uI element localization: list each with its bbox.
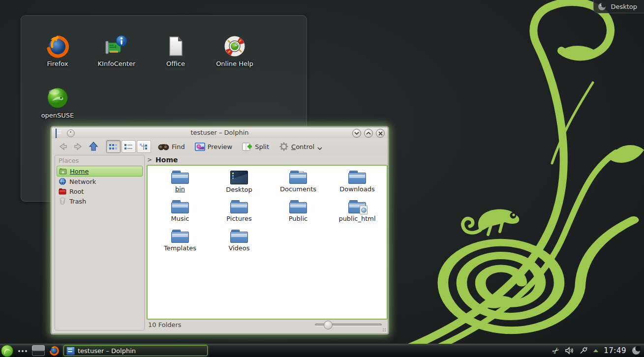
opensuse-icon: [46, 86, 69, 110]
folder-videos[interactable]: Videos: [210, 230, 269, 259]
chevron-up-icon: [366, 132, 371, 135]
cashew-icon: [598, 2, 606, 11]
place-label: Root: [69, 188, 84, 195]
folder-public-html[interactable]: public_html: [328, 200, 387, 230]
place-home[interactable]: Home: [57, 166, 143, 177]
folder-html-icon: [348, 200, 366, 213]
folder-templates[interactable]: Templates: [151, 230, 210, 259]
preview-label: Preview: [208, 143, 233, 150]
place-trash[interactable]: Trash: [57, 196, 143, 206]
main-toolbar: Find Preview Split: [52, 138, 388, 155]
breadcrumb-arrow: >: [147, 156, 152, 163]
columns-view-button[interactable]: [137, 140, 151, 153]
up-button[interactable]: [87, 141, 100, 152]
gear-icon: [279, 142, 289, 151]
desktop-icon-label: Online Help: [216, 60, 253, 67]
folder-desktop[interactable]: Desktop: [210, 171, 269, 200]
folder-bin[interactable]: bin: [151, 171, 210, 200]
folder-icon: [171, 171, 189, 184]
folder-documents[interactable]: Documents: [269, 171, 328, 200]
panel-cashew-icon[interactable]: [632, 346, 641, 355]
firefox-icon: [49, 346, 59, 356]
status-text: 10 Folders: [148, 321, 182, 328]
folder-label: public_html: [338, 215, 375, 222]
desktop-icon-kinfocenter[interactable]: KInfoCenter: [87, 34, 146, 86]
close-button[interactable]: [376, 129, 385, 138]
control-button[interactable]: Control: [279, 142, 314, 151]
maximize-button[interactable]: [364, 129, 373, 138]
window-resize-grip[interactable]: [382, 328, 386, 332]
task-button-dolphin[interactable]: testuser – Dolphin: [63, 345, 208, 356]
folder-icon: [171, 230, 189, 243]
virtual-desktop-pager[interactable]: [31, 345, 45, 357]
folder-music[interactable]: Music: [151, 200, 210, 230]
folder-pictures[interactable]: Pictures: [210, 200, 269, 230]
folder-label: Documents: [280, 185, 316, 193]
folder-label: bin: [175, 185, 185, 193]
desktop-icon-label: KInfoCenter: [98, 60, 136, 67]
pager-desktop-2[interactable]: [32, 350, 45, 356]
folder-label: Downloads: [339, 185, 374, 193]
folder-documents-icon: [289, 171, 307, 184]
desktop-toolbox-button[interactable]: Desktop: [593, 0, 644, 13]
dolphin-window: testuser – Dolphin: [51, 127, 388, 334]
titlebar[interactable]: testuser – Dolphin: [52, 127, 388, 139]
zoom-slider-handle[interactable]: [324, 321, 333, 329]
status-bar: 10 Folders: [147, 320, 384, 330]
folder-public[interactable]: Public: [269, 200, 328, 230]
desktop-icon-firefox[interactable]: Firefox: [28, 34, 87, 86]
folder-downloads[interactable]: Downloads: [328, 171, 387, 200]
icons-view-button[interactable]: [106, 140, 121, 153]
klipper-scissors-icon[interactable]: ✂: [551, 345, 561, 356]
device-notifier-icon[interactable]: [579, 347, 588, 355]
volume-icon[interactable]: [565, 347, 574, 355]
window-title: testuser – Dolphin: [52, 129, 388, 136]
binoculars-icon: [158, 143, 169, 150]
desktop-icon-label: openSUSE: [41, 112, 74, 119]
desktop-icon-online-help[interactable]: Online Help: [205, 34, 264, 86]
places-header: Places: [55, 155, 144, 166]
find-button[interactable]: Find: [158, 143, 185, 150]
icons-view-icon: [109, 144, 118, 150]
find-label: Find: [172, 143, 185, 150]
place-label: Network: [69, 178, 96, 185]
control-dropdown-chevron-icon[interactable]: [317, 147, 322, 150]
split-label: Split: [255, 143, 269, 150]
arrow-right-icon: [73, 143, 83, 150]
dolphin-app-icon: [66, 347, 75, 355]
zoom-slider[interactable]: [315, 323, 382, 327]
breadcrumb-current[interactable]: Home: [155, 156, 178, 164]
chevron-down-icon: [354, 132, 359, 135]
place-label: Home: [70, 168, 89, 175]
place-root[interactable]: Root: [57, 186, 143, 196]
network-globe-icon: [59, 178, 66, 185]
folder-label: Public: [289, 215, 307, 222]
folder-view-area[interactable]: bin Desktop Documents Downloads Music Pi…: [147, 165, 388, 320]
back-button[interactable]: [57, 141, 69, 152]
details-view-button[interactable]: [122, 140, 136, 153]
arrow-left-icon: [58, 143, 68, 150]
folder-icon: [230, 200, 248, 213]
kickoff-launcher-button[interactable]: [1, 345, 13, 357]
folder-icon: [289, 200, 307, 213]
folder-icon: [230, 230, 248, 243]
home-folder-icon: [59, 167, 67, 175]
firefox-launcher-button[interactable]: [49, 346, 59, 356]
breadcrumb[interactable]: > Home: [147, 155, 178, 165]
system-tray: ✂ 17:49: [552, 346, 644, 355]
minimize-button[interactable]: [352, 129, 361, 138]
folder-label: Pictures: [226, 215, 251, 222]
panel-dots-icon[interactable]: [18, 345, 29, 356]
desktop-icon-office[interactable]: Office: [146, 34, 205, 86]
folder-label: Templates: [164, 244, 196, 252]
firefox-icon: [46, 34, 69, 58]
clock[interactable]: 17:49: [604, 346, 626, 355]
desktop-icon-label: Firefox: [47, 60, 68, 67]
preview-button[interactable]: Preview: [195, 143, 233, 151]
tray-expander-icon[interactable]: [593, 349, 598, 352]
forward-button[interactable]: [72, 141, 85, 152]
split-view-icon: [242, 143, 252, 151]
folder-label: Music: [171, 215, 189, 222]
place-network[interactable]: Network: [57, 177, 143, 186]
split-button[interactable]: Split: [242, 143, 269, 151]
